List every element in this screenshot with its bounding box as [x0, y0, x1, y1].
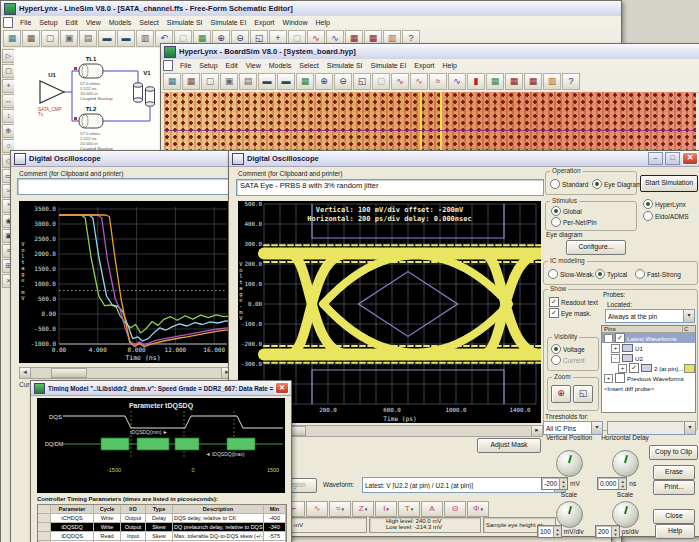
menu-view[interactable]: View [82, 18, 105, 27]
comment-input[interactable]: SATA Eye - PRBS 8 with 3% random jitter [236, 179, 544, 196]
menu-help[interactable]: Help [311, 18, 333, 27]
configure-button[interactable]: Configure... [566, 240, 626, 255]
plot-hscrollbar[interactable]: ◄► [19, 367, 233, 379]
menu-edit[interactable]: Edit [222, 61, 242, 70]
toolbar-icon-2[interactable]: ▢ [41, 30, 59, 47]
tree-expander-icon[interactable]: - [611, 354, 620, 363]
menu-simulate-si[interactable]: Simulate SI [323, 61, 367, 70]
radio-eldo-adms[interactable]: Eldo/ADMS [643, 211, 689, 221]
menu-select[interactable]: Select [295, 61, 322, 70]
column-header-cycle[interactable]: Cycle [94, 505, 121, 513]
thresholds-select[interactable]: All IC Pins ▾ [543, 421, 603, 435]
toolbar-icon-1[interactable]: ▦ [22, 30, 40, 47]
toolbar-icon-18[interactable]: ▦ [505, 73, 523, 90]
timing-titlebar[interactable]: Timing Model "..\Libs\ddr2_dram.v": Spee… [31, 381, 291, 396]
adjust-mask-button[interactable]: Adjust Mask [477, 438, 541, 453]
toolbar-icon-15[interactable]: ∿ [448, 73, 466, 90]
toolbar-icon-2[interactable]: ▢ [201, 73, 219, 90]
toolbar-icon-17[interactable]: ▦ [486, 73, 504, 90]
measure-tool-5[interactable]: T▾ [398, 501, 420, 517]
column-header-max[interactable]: Max [286, 505, 287, 513]
measure-tool-1[interactable]: ∿ [306, 501, 328, 517]
chevron-down-icon[interactable]: ▾ [683, 310, 694, 322]
toolbar-icon-0[interactable]: ▦ [163, 73, 181, 90]
chevron-down-icon[interactable]: ▾ [386, 506, 389, 512]
chevron-down-icon[interactable]: ▾ [341, 506, 344, 512]
radio-eye-diagram[interactable]: Eye Diagram [592, 179, 642, 189]
horizontal-delay-spinner[interactable]: 0.000▲▼ ns [597, 477, 636, 490]
toolbar-icon-4[interactable]: ▤ [239, 73, 257, 90]
radio-standard[interactable]: Standard [550, 179, 588, 189]
menu-window[interactable]: Window [279, 18, 312, 27]
toolbar-icon-9[interactable]: ⊖ [334, 73, 352, 90]
vertical-scale-knob[interactable] [556, 501, 583, 528]
table-row[interactable]: tDQSDQWriteOutputSkewDQ prelaunch delay,… [38, 523, 286, 532]
close-button[interactable]: ✕ [682, 152, 698, 165]
radio-current[interactable]: Current [551, 355, 585, 365]
vertical-scale-spinner[interactable]: 100▲▼ mV/div [537, 525, 584, 538]
measure-tool-6[interactable]: A [421, 501, 443, 517]
chevron-down-icon[interactable]: ▾ [411, 506, 414, 512]
waveform-select[interactable]: Latest: V [U2.2 (at pin) / U2.1 (at pin)… [362, 477, 566, 493]
radio-per-net-pin[interactable]: Per-Net/Pin [551, 217, 597, 227]
toolbar-icon-16[interactable]: ▮ [467, 73, 485, 90]
toolbar-icon-4[interactable]: ▤ [79, 30, 97, 47]
tree-expander-icon[interactable]: - [604, 334, 613, 343]
boardsim-titlebar[interactable]: HyperLynx - BoardSim V8.0 - [System_boar… [161, 44, 699, 60]
measure-tool-8[interactable]: Φ▾ [467, 501, 489, 517]
start-simulation-button[interactable]: Start Simulation [640, 175, 698, 192]
copy-to-clip-button[interactable]: Copy to Clip [649, 445, 698, 460]
close-dialog-button[interactable]: Close [653, 509, 695, 524]
toolbar-icon-11[interactable]: ▢ [372, 73, 390, 90]
toolbar-icon-6[interactable]: ▬ [277, 73, 295, 90]
menu-simulate-ei[interactable]: Simulate EI [207, 18, 251, 27]
close-button[interactable]: ✕ [275, 382, 289, 394]
pin-item-u1[interactable]: +U1 [602, 343, 695, 353]
pin-item-previous-waveforms[interactable]: +Previous Waveforms [602, 373, 695, 383]
pins-column-header[interactable]: Pins [602, 326, 683, 332]
radio-fast-strong[interactable]: Fast-Strong [635, 269, 681, 279]
column-header-i-o[interactable]: I/O [121, 505, 146, 513]
checkbox-readout-text[interactable]: Readout text [549, 297, 598, 307]
pin-item-latest-waveforms[interactable]: -Latest Waveforms [602, 333, 695, 343]
toolbar-icon-13[interactable]: ∿ [410, 73, 428, 90]
radio-global[interactable]: Global [551, 206, 582, 216]
toolbar-icon-12[interactable]: ∿ [391, 73, 409, 90]
menu-file[interactable]: File [176, 61, 195, 70]
menu-help[interactable]: Help [439, 61, 461, 70]
pin-checkbox[interactable] [615, 333, 625, 343]
pin-checkbox[interactable] [615, 373, 625, 383]
menu-models[interactable]: Models [105, 18, 136, 27]
pin-checkbox[interactable] [629, 363, 639, 373]
chevron-down-icon[interactable]: ▾ [365, 506, 368, 512]
pin-item--insert-diff-probe-[interactable]: <Insert diff probe> [602, 383, 695, 393]
toolbar-icon-7[interactable]: ▥ [136, 30, 154, 47]
table-row[interactable]: tDQDQSReadInputSkewMax. tolerable DQ-to-… [38, 532, 286, 541]
horizontal-delay-knob[interactable] [612, 450, 639, 477]
located-select[interactable]: Always at the pin ▾ [605, 309, 695, 323]
chevron-down-icon[interactable]: ▾ [684, 422, 695, 434]
chevron-down-icon[interactable]: ▾ [591, 422, 602, 434]
table-row[interactable]: tCHDQSWriteOutputDelayDQS delay, relativ… [38, 514, 286, 523]
minimize-button[interactable]: – [648, 152, 663, 165]
menu-simulate-si[interactable]: Simulate SI [163, 18, 207, 27]
column-header-parameter[interactable]: Parameter [51, 505, 94, 513]
vertical-position-value[interactable]: -200 [542, 480, 559, 487]
menu-select[interactable]: Select [135, 18, 162, 27]
vertical-scale-value[interactable]: 100 [538, 528, 553, 535]
maximize-button[interactable]: □ [665, 152, 680, 165]
measure-tool-4[interactable]: I▾ [375, 501, 397, 517]
radio-typical[interactable]: Typical [595, 269, 627, 279]
linesim-titlebar[interactable]: HyperLynx - LineSim V8.0 - [SATA_channel… [1, 1, 621, 17]
column-header-type[interactable]: Type [146, 505, 173, 513]
toolbar-icon-10[interactable]: ◱ [353, 73, 371, 90]
toolbar-icon-8[interactable]: ⊕ [315, 73, 333, 90]
radio-slow-weak[interactable]: Slow-Weak. [548, 269, 595, 279]
radio-voltage[interactable]: Voltage [551, 344, 585, 354]
color-column-header[interactable]: C [683, 326, 695, 332]
horizontal-scale-spinner[interactable]: 200▲▼ ps/div [595, 525, 639, 538]
toolbar-icon-20[interactable]: ▥ [543, 73, 561, 90]
toolbar-icon-5[interactable]: ▬ [98, 30, 116, 47]
column-header-description[interactable]: Description [173, 505, 264, 513]
pin-item-u2[interactable]: -U2 [602, 353, 695, 363]
